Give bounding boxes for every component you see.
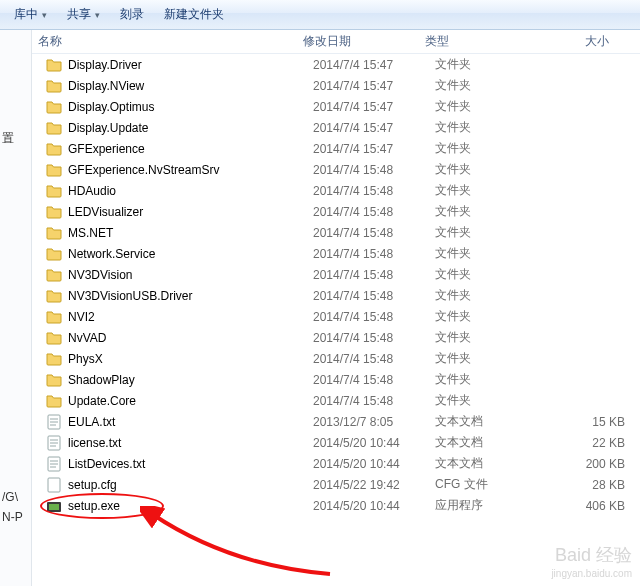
folder-icon xyxy=(46,309,62,325)
file-type: 文件夹 xyxy=(435,182,547,199)
file-type: 文件夹 xyxy=(435,329,547,346)
file-type: 文件夹 xyxy=(435,266,547,283)
file-date: 2014/5/20 10:44 xyxy=(313,436,435,450)
file-row[interactable]: setup.cfg2014/5/22 19:42CFG 文件28 KB xyxy=(32,474,640,495)
file-date: 2014/5/20 10:44 xyxy=(313,457,435,471)
folder-icon xyxy=(46,141,62,157)
file-row[interactable]: NV3DVision2014/7/4 15:48文件夹 xyxy=(32,264,640,285)
file-name: ListDevices.txt xyxy=(68,457,313,471)
svg-rect-14 xyxy=(49,504,59,510)
file-list[interactable]: Display.Driver2014/7/4 15:47文件夹Display.N… xyxy=(32,54,640,586)
file-row[interactable]: PhysX2014/7/4 15:48文件夹 xyxy=(32,348,640,369)
file-row[interactable]: NVI22014/7/4 15:48文件夹 xyxy=(32,306,640,327)
file-name: license.txt xyxy=(68,436,313,450)
file-date: 2014/7/4 15:48 xyxy=(313,205,435,219)
file-row[interactable]: HDAudio2014/7/4 15:48文件夹 xyxy=(32,180,640,201)
toolbar-library[interactable]: 库中 xyxy=(4,2,57,27)
file-row[interactable]: MS.NET2014/7/4 15:48文件夹 xyxy=(32,222,640,243)
left-nav-panel: 置 /G\ N-P xyxy=(0,30,32,586)
file-row[interactable]: license.txt2014/5/20 10:44文本文档22 KB xyxy=(32,432,640,453)
file-name: PhysX xyxy=(68,352,313,366)
file-date: 2014/5/22 19:42 xyxy=(313,478,435,492)
folder-icon xyxy=(46,351,62,367)
file-date: 2014/7/4 15:48 xyxy=(313,373,435,387)
file-name: NV3DVision xyxy=(68,268,313,282)
column-header-date[interactable]: 修改日期 xyxy=(297,29,419,54)
file-name: Display.Update xyxy=(68,121,313,135)
toolbar-share[interactable]: 共享 xyxy=(57,2,110,27)
file-row[interactable]: GFExperience.NvStreamSrv2014/7/4 15:48文件… xyxy=(32,159,640,180)
file-type: 文件夹 xyxy=(435,161,547,178)
file-date: 2014/7/4 15:48 xyxy=(313,352,435,366)
file-row[interactable]: ListDevices.txt2014/5/20 10:44文本文档200 KB xyxy=(32,453,640,474)
folder-icon xyxy=(46,372,62,388)
file-date: 2014/7/4 15:47 xyxy=(313,79,435,93)
file-name: Display.NView xyxy=(68,79,313,93)
file-row[interactable]: Display.Driver2014/7/4 15:47文件夹 xyxy=(32,54,640,75)
folder-icon xyxy=(46,120,62,136)
file-icon xyxy=(46,477,62,493)
text-file-icon xyxy=(46,435,62,451)
file-type: 文件夹 xyxy=(435,56,547,73)
file-size: 15 KB xyxy=(547,415,625,429)
file-type: 文件夹 xyxy=(435,287,547,304)
file-row[interactable]: Network.Service2014/7/4 15:48文件夹 xyxy=(32,243,640,264)
text-file-icon xyxy=(46,456,62,472)
left-fragment: /G\ xyxy=(2,490,18,504)
file-name: NvVAD xyxy=(68,331,313,345)
toolbar-new-folder[interactable]: 新建文件夹 xyxy=(154,2,234,27)
file-type: 文件夹 xyxy=(435,245,547,262)
file-type: 文件夹 xyxy=(435,119,547,136)
folder-icon xyxy=(46,393,62,409)
file-row[interactable]: EULA.txt2013/12/7 8:05文本文档15 KB xyxy=(32,411,640,432)
left-fragment: N-P xyxy=(2,510,23,524)
file-type: 文本文档 xyxy=(435,434,547,451)
column-header-size[interactable]: 大小 xyxy=(531,29,616,54)
file-date: 2014/7/4 15:48 xyxy=(313,163,435,177)
file-row[interactable]: NV3DVisionUSB.Driver2014/7/4 15:48文件夹 xyxy=(32,285,640,306)
folder-icon xyxy=(46,204,62,220)
folder-icon xyxy=(46,267,62,283)
text-file-icon xyxy=(46,414,62,430)
file-date: 2014/7/4 15:48 xyxy=(313,331,435,345)
toolbar-burn[interactable]: 刻录 xyxy=(110,2,154,27)
file-row[interactable]: GFExperience2014/7/4 15:47文件夹 xyxy=(32,138,640,159)
file-row[interactable]: Display.Update2014/7/4 15:47文件夹 xyxy=(32,117,640,138)
file-list-pane: 名称 修改日期 类型 大小 Display.Driver2014/7/4 15:… xyxy=(32,30,640,586)
watermark-url: jingyan.baidu.com xyxy=(551,567,632,580)
file-row[interactable]: Display.Optimus2014/7/4 15:47文件夹 xyxy=(32,96,640,117)
file-row[interactable]: Display.NView2014/7/4 15:47文件夹 xyxy=(32,75,640,96)
watermark-brand: Baid 经验 xyxy=(551,544,632,567)
file-name: setup.cfg xyxy=(68,478,313,492)
file-type: CFG 文件 xyxy=(435,476,547,493)
file-row[interactable]: Update.Core2014/7/4 15:48文件夹 xyxy=(32,390,640,411)
file-date: 2014/7/4 15:47 xyxy=(313,142,435,156)
file-name: HDAudio xyxy=(68,184,313,198)
watermark: Baid 经验 jingyan.baidu.com xyxy=(551,544,632,580)
column-header-name[interactable]: 名称 xyxy=(32,29,297,54)
file-row[interactable]: NvVAD2014/7/4 15:48文件夹 xyxy=(32,327,640,348)
folder-icon xyxy=(46,78,62,94)
file-name: LEDVisualizer xyxy=(68,205,313,219)
file-row[interactable]: setup.exe2014/5/20 10:44应用程序406 KB xyxy=(32,495,640,516)
column-header-type[interactable]: 类型 xyxy=(419,29,531,54)
folder-icon xyxy=(46,246,62,262)
file-name: ShadowPlay xyxy=(68,373,313,387)
file-size: 22 KB xyxy=(547,436,625,450)
file-row[interactable]: ShadowPlay2014/7/4 15:48文件夹 xyxy=(32,369,640,390)
file-name: Display.Driver xyxy=(68,58,313,72)
file-type: 文件夹 xyxy=(435,392,547,409)
file-name: MS.NET xyxy=(68,226,313,240)
file-date: 2014/7/4 15:48 xyxy=(313,226,435,240)
file-row[interactable]: LEDVisualizer2014/7/4 15:48文件夹 xyxy=(32,201,640,222)
column-headers: 名称 修改日期 类型 大小 xyxy=(32,30,640,54)
file-type: 文本文档 xyxy=(435,413,547,430)
application-icon xyxy=(46,498,62,514)
folder-icon xyxy=(46,288,62,304)
folder-icon xyxy=(46,225,62,241)
file-date: 2014/7/4 15:47 xyxy=(313,58,435,72)
file-size: 28 KB xyxy=(547,478,625,492)
file-type: 文件夹 xyxy=(435,98,547,115)
svg-rect-12 xyxy=(48,478,60,492)
file-name: NVI2 xyxy=(68,310,313,324)
